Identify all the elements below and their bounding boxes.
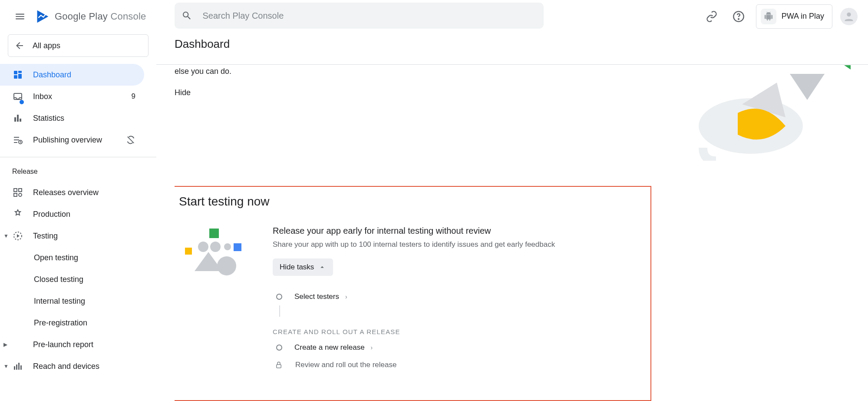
inbox-badge: 9 — [132, 92, 135, 101]
search-box[interactable] — [175, 3, 544, 29]
arrow-back-icon — [14, 40, 25, 51]
task-label: Review and roll out the release — [295, 361, 396, 369]
sidebar-label: Testing — [33, 232, 58, 241]
sidebar-item-open-testing[interactable]: Open testing — [0, 247, 144, 268]
svg-rect-33 — [185, 248, 192, 255]
svg-point-31 — [224, 243, 231, 250]
account-avatar[interactable] — [840, 8, 858, 25]
svg-rect-10 — [14, 117, 16, 122]
sidebar-label: Releases overview — [33, 188, 99, 197]
sidebar-item-internal-testing[interactable]: Internal testing — [0, 290, 144, 312]
android-icon — [761, 9, 776, 24]
releases-overview-icon — [12, 187, 23, 198]
sidebar-item-pre-registration[interactable]: Pre-registration — [0, 312, 144, 334]
sidebar-label: Publishing overview — [33, 136, 102, 145]
sidebar-label: Pre-launch report — [33, 340, 93, 349]
sidebar-label: Production — [33, 210, 70, 219]
task-label: Select testers — [294, 292, 339, 301]
link-icon — [706, 10, 718, 23]
sidebar: All apps Dashboard Inbox 9 Statistics Pu… — [0, 0, 156, 401]
sidebar-label: Pre-registration — [34, 318, 87, 328]
svg-rect-7 — [18, 74, 22, 79]
link-button[interactable] — [702, 7, 721, 26]
hide-link[interactable]: Hide — [175, 88, 191, 97]
sidebar-item-pre-launch-report[interactable]: ▶ Pre-launch report — [0, 334, 144, 355]
svg-marker-26 — [790, 74, 825, 100]
statistics-icon — [12, 113, 23, 123]
svg-marker-25 — [742, 83, 785, 117]
sidebar-item-inbox[interactable]: Inbox 9 — [0, 86, 144, 107]
publishing-overview-icon — [12, 135, 23, 145]
task-bullet-icon — [276, 294, 282, 300]
card-heading: Release your app early for internal test… — [273, 226, 555, 236]
svg-point-24 — [699, 98, 803, 154]
dashboard-icon — [12, 70, 23, 80]
task-create-release[interactable]: Create a new release › — [273, 339, 555, 356]
caret-right-icon: ▶ — [3, 341, 7, 348]
svg-rect-14 — [14, 189, 17, 192]
header-divider — [156, 64, 868, 65]
app-switcher[interactable]: PWA in Play — [756, 4, 832, 29]
svg-marker-19 — [17, 234, 20, 238]
logo[interactable]: Google Play Console — [35, 9, 146, 24]
all-apps-button[interactable]: All apps — [8, 34, 149, 57]
help-icon — [733, 10, 745, 23]
svg-rect-12 — [20, 119, 21, 122]
svg-rect-8 — [14, 75, 17, 79]
production-icon — [12, 209, 23, 219]
sidebar-label: Statistics — [33, 114, 64, 123]
svg-rect-5 — [14, 71, 17, 74]
topbar-right: PWA in Play — [702, 0, 858, 33]
hide-tasks-label: Hide tasks — [280, 263, 314, 272]
svg-point-29 — [198, 242, 208, 252]
svg-point-35 — [217, 256, 236, 275]
logo-text: Google Play Console — [55, 11, 146, 22]
task-review-rollout[interactable]: Review and roll out the release — [273, 356, 555, 374]
svg-rect-20 — [14, 366, 15, 370]
chevron-right-icon: › — [345, 293, 347, 300]
svg-rect-22 — [18, 363, 20, 370]
chevron-right-icon: › — [371, 344, 373, 351]
svg-rect-9 — [14, 93, 22, 99]
topbar: Google Play Console PWA in Play — [0, 0, 868, 33]
testing-illustration — [183, 226, 248, 282]
sidebar-item-publishing-overview[interactable]: Publishing overview — [0, 129, 144, 151]
card-text: Release your app early for internal test… — [273, 226, 555, 374]
sidebar-item-reach-and-devices[interactable]: ▼ Reach and devices — [0, 355, 144, 377]
sidebar-item-statistics[interactable]: Statistics — [0, 107, 144, 129]
sidebar-label: Closed testing — [34, 275, 83, 284]
help-button[interactable] — [729, 7, 748, 26]
svg-rect-6 — [18, 71, 22, 73]
section-label-release: Release — [0, 164, 156, 182]
hamburger-menu-button[interactable] — [10, 6, 30, 27]
inbox-unread-dot — [20, 100, 24, 104]
tasks-list: Select testers › CREATE AND ROLL OUT A R… — [273, 288, 555, 374]
chevron-up-icon — [318, 263, 326, 271]
svg-rect-15 — [19, 189, 22, 192]
subsection-label: CREATE AND ROLL OUT A RELEASE — [273, 328, 555, 335]
task-label: Create a new release — [294, 343, 365, 352]
sidebar-item-releases-overview[interactable]: Releases overview — [0, 182, 144, 203]
svg-rect-16 — [14, 193, 17, 196]
hamburger-icon — [14, 11, 26, 22]
sidebar-item-production[interactable]: Production — [0, 203, 144, 225]
sidebar-item-dashboard[interactable]: Dashboard — [0, 64, 144, 86]
sidebar-item-testing[interactable]: ▼ Testing — [0, 225, 144, 247]
sidebar-item-closed-testing[interactable]: Closed testing — [0, 268, 144, 290]
caret-down-icon: ▼ — [3, 233, 9, 239]
reach-devices-icon — [12, 361, 23, 371]
caret-down-icon: ▼ — [3, 363, 9, 369]
search-input[interactable] — [202, 10, 537, 21]
hero-illustration — [677, 65, 851, 161]
card-subheading: Share your app with up to 100 internal t… — [273, 240, 555, 249]
svg-rect-36 — [277, 365, 281, 368]
task-select-testers[interactable]: Select testers › — [273, 288, 555, 305]
card-title: Start testing now — [179, 195, 637, 209]
svg-point-30 — [210, 242, 221, 252]
sidebar-label: Open testing — [34, 253, 78, 262]
sidebar-divider — [0, 157, 156, 157]
page-title: Dashboard — [175, 37, 868, 51]
start-testing-card: Start testing now Release your app early… — [175, 186, 651, 401]
hide-tasks-button[interactable]: Hide tasks — [273, 258, 333, 276]
all-apps-label: All apps — [33, 41, 60, 50]
